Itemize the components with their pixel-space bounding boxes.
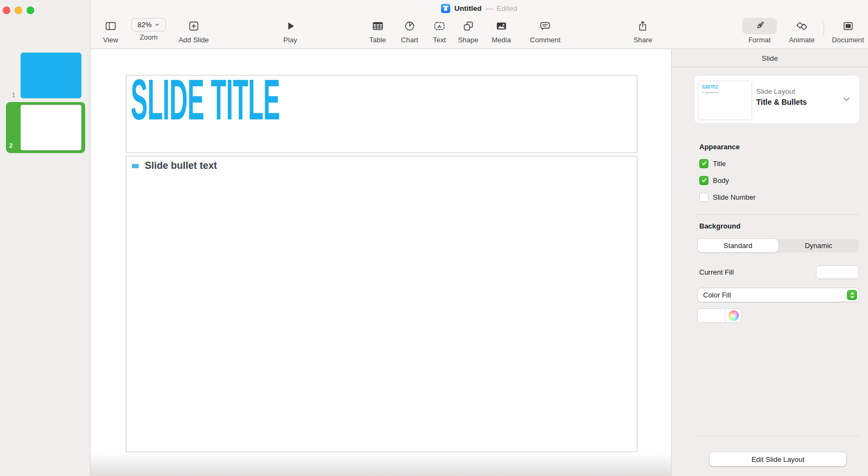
- layout-preview-thumbnail: SLIDE TITLE Slide bullet text: [699, 81, 751, 119]
- media-button[interactable]: Media: [492, 18, 510, 44]
- slide-layout-label: Slide Layout: [756, 87, 807, 96]
- comment-button[interactable]: Comment: [530, 18, 560, 44]
- toolbar: View 82% Zoom Add Slide Play: [91, 16, 868, 49]
- slide-1-number: 1: [7, 92, 15, 98]
- svg-text:A: A: [438, 23, 442, 29]
- view-button[interactable]: View: [103, 18, 118, 44]
- slide-number-checkbox-row[interactable]: Slide Number: [699, 192, 756, 202]
- bullet-dash-icon: [132, 164, 139, 168]
- background-color-well[interactable]: [698, 309, 741, 322]
- canvas-bottom-fade: [91, 453, 671, 476]
- slide-thumbnail-1[interactable]: [21, 53, 81, 98]
- document-icon: [841, 18, 854, 34]
- layout-preview-bullet: Slide bullet text: [705, 91, 718, 94]
- document-title: Untitled: [454, 4, 481, 12]
- shape-button[interactable]: Shape: [458, 18, 478, 44]
- table-icon: [371, 18, 384, 34]
- inspector-title: Slide: [762, 54, 778, 62]
- slide-2-preview[interactable]: [21, 105, 81, 150]
- play-icon: [284, 18, 297, 34]
- title-checkbox-row[interactable]: Title: [699, 158, 726, 168]
- window-controls: [3, 7, 34, 14]
- shape-icon: [462, 18, 475, 34]
- current-fill-row: Current Fill: [699, 265, 859, 279]
- minimize-window-button[interactable]: [15, 7, 22, 14]
- slide-2-number: 2: [4, 142, 12, 149]
- format-paintbrush-icon: [742, 18, 777, 34]
- edit-slide-layout-button[interactable]: Edit Slide Layout: [710, 452, 846, 466]
- toolbar-separator: [824, 22, 824, 36]
- checkmark-icon: [701, 177, 707, 183]
- play-button[interactable]: Play: [283, 18, 297, 44]
- background-heading: Background: [699, 222, 741, 230]
- share-button[interactable]: Share: [634, 18, 653, 44]
- table-button[interactable]: Table: [369, 18, 386, 44]
- titlebar-and-toolbar: Untitled — Edited View 82% Zoom: [91, 0, 868, 49]
- animate-button[interactable]: Animate: [789, 18, 815, 44]
- format-inspector: Slide SLIDE TITLE Slide bullet text Slid…: [671, 49, 868, 476]
- slide-thumbnail-2-selected[interactable]: 2: [6, 102, 85, 153]
- add-slide-button[interactable]: Add Slide: [178, 18, 209, 44]
- color-wheel-icon[interactable]: [729, 310, 739, 321]
- fill-type-value: Color Fill: [703, 291, 731, 299]
- current-fill-swatch[interactable]: [816, 265, 859, 279]
- comment-icon: [539, 18, 552, 34]
- share-icon: [636, 18, 649, 34]
- color-swatch-white[interactable]: [698, 309, 726, 322]
- inspector-header: Slide: [672, 49, 868, 67]
- add-slide-icon: [187, 18, 200, 34]
- slide-navigator: 1 2: [0, 0, 91, 476]
- animate-icon: [795, 18, 809, 34]
- format-button[interactable]: Format: [742, 18, 777, 44]
- checkmark-icon: [701, 160, 707, 167]
- keynote-window: 1 2 Untitled — Edited: [0, 0, 868, 476]
- fullscreen-window-button[interactable]: [27, 7, 34, 14]
- slide-title-placeholder[interactable]: SLIDE TITLE: [126, 75, 637, 153]
- appearance-heading: Appearance: [699, 143, 739, 151]
- document-button[interactable]: Document: [832, 18, 864, 44]
- edited-status: Edited: [496, 4, 517, 12]
- segment-dynamic[interactable]: Dynamic: [778, 239, 859, 252]
- chevron-down-icon[interactable]: [841, 94, 852, 106]
- stepper-icon[interactable]: [847, 290, 857, 300]
- slide-title-text[interactable]: SLIDE TITLE: [131, 71, 280, 128]
- background-segmented-control: Standard Dynamic: [698, 239, 859, 252]
- fill-type-dropdown[interactable]: Color Fill: [698, 288, 859, 302]
- slide-canvas: SLIDE TITLE Slide bullet text: [91, 49, 671, 476]
- current-fill-label: Current Fill: [699, 268, 734, 276]
- media-icon: [495, 18, 508, 34]
- divider: [698, 214, 859, 215]
- zoom-dropdown[interactable]: 82%: [131, 18, 166, 31]
- slide-body-placeholder[interactable]: Slide bullet text: [126, 156, 637, 452]
- layout-preview-bullet-dash: [702, 92, 704, 93]
- title-checkbox[interactable]: [699, 159, 709, 168]
- chart-button[interactable]: Chart: [401, 18, 418, 44]
- chevron-down-icon: [154, 22, 160, 28]
- slide-number-checkbox[interactable]: [699, 193, 709, 202]
- body-checkbox[interactable]: [699, 176, 709, 185]
- body-checkbox-row[interactable]: Body: [699, 175, 729, 185]
- zoom-control[interactable]: 82% Zoom: [131, 16, 166, 41]
- text-icon: A: [433, 18, 446, 34]
- layout-preview-title: SLIDE TITLE: [702, 84, 718, 90]
- color-picker-section[interactable]: [726, 309, 741, 322]
- chart-icon: [403, 18, 416, 34]
- bullet-line[interactable]: Slide bullet text: [132, 160, 217, 172]
- title-separator: —: [486, 4, 493, 12]
- slide-layout-card[interactable]: SLIDE TITLE Slide bullet text Slide Layo…: [694, 75, 859, 123]
- bullet-text[interactable]: Slide bullet text: [145, 160, 217, 172]
- segment-standard[interactable]: Standard: [698, 239, 778, 252]
- view-icon: [104, 18, 117, 34]
- slide-layout-value: Title & Bullets: [756, 98, 807, 106]
- keynote-app-icon: [441, 4, 450, 13]
- close-window-button[interactable]: [3, 7, 10, 14]
- titlebar: Untitled — Edited: [91, 0, 868, 16]
- text-button[interactable]: A Text: [433, 18, 446, 44]
- divider: [698, 436, 859, 436]
